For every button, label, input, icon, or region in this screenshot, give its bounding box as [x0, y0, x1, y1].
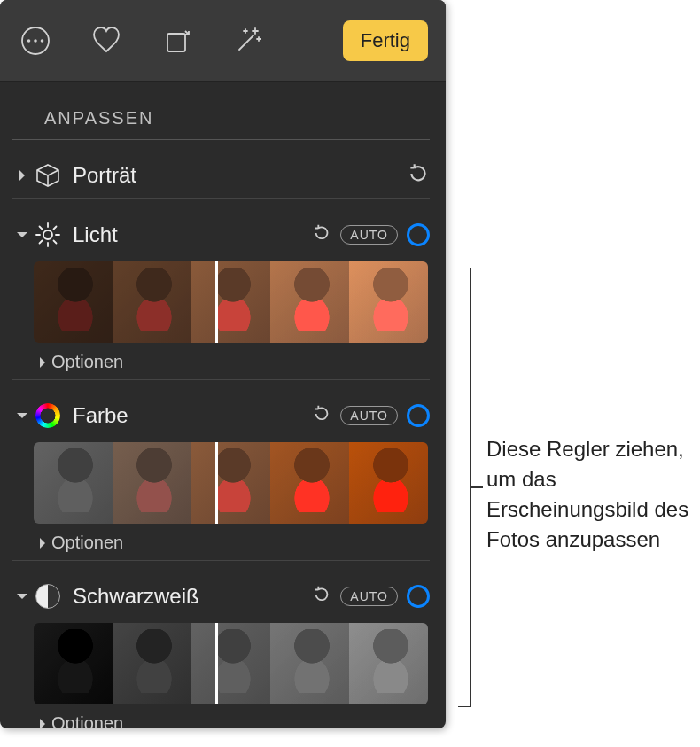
- disclosure-chevron-icon[interactable]: [34, 355, 51, 370]
- svg-point-2: [34, 39, 37, 43]
- group-header-light: Licht AUTO: [12, 212, 430, 258]
- enable-toggle[interactable]: [407, 585, 430, 608]
- options-label: Optionen: [51, 713, 123, 728]
- svg-line-11: [54, 241, 57, 244]
- slider-handle[interactable]: [215, 261, 218, 343]
- group-label-light: Licht: [73, 222, 118, 247]
- panel-body: ANPASSEN Porträt Licht: [0, 82, 446, 728]
- svg-rect-4: [167, 34, 185, 51]
- more-icon[interactable]: [18, 23, 53, 58]
- group-label-color: Farbe: [73, 403, 128, 428]
- auto-button[interactable]: AUTO: [340, 225, 398, 245]
- callout-bracket: [458, 268, 471, 707]
- callout-area: Diese Regler ziehen, um das Erscheinungs…: [446, 0, 700, 747]
- disclosure-chevron-icon[interactable]: [12, 409, 32, 423]
- auto-button[interactable]: AUTO: [340, 587, 398, 606]
- svg-point-1: [27, 39, 31, 43]
- svg-line-12: [40, 241, 43, 244]
- svg-line-13: [54, 227, 57, 230]
- disclosure-chevron-icon[interactable]: [34, 717, 51, 729]
- color-slider[interactable]: [34, 442, 428, 524]
- light-sun-icon: [32, 219, 64, 251]
- reset-icon[interactable]: [312, 223, 331, 246]
- divider: [12, 379, 430, 380]
- color-ring-icon: [32, 400, 64, 432]
- divider: [12, 560, 430, 561]
- reset-icon[interactable]: [312, 404, 331, 427]
- adjust-panel: Fertig ANPASSEN Porträt: [0, 0, 446, 728]
- enable-toggle[interactable]: [407, 223, 430, 246]
- callout-text: Diese Regler ziehen, um das Erscheinungs…: [486, 434, 699, 555]
- bw-slider[interactable]: [34, 623, 428, 704]
- reset-icon[interactable]: [312, 585, 331, 608]
- disclosure-chevron-icon[interactable]: [12, 168, 32, 183]
- svg-point-3: [41, 39, 44, 43]
- auto-button[interactable]: AUTO: [340, 406, 398, 425]
- group-header-portrait: Porträt: [12, 152, 430, 198]
- slider-handle[interactable]: [215, 623, 218, 704]
- crop-rotate-icon[interactable]: [159, 23, 195, 58]
- favorite-heart-icon[interactable]: [89, 23, 124, 58]
- group-light: Licht AUTO Optionen: [12, 212, 430, 380]
- section-title-adjust: ANPASSEN: [12, 82, 430, 140]
- group-label-portrait: Porträt: [73, 163, 136, 188]
- options-label: Optionen: [51, 352, 123, 372]
- reset-icon[interactable]: [407, 162, 430, 189]
- auto-enhance-wand-icon[interactable]: [230, 23, 266, 58]
- enable-toggle[interactable]: [407, 404, 430, 427]
- light-slider[interactable]: [34, 261, 428, 343]
- callout-connector: [471, 486, 483, 488]
- divider: [12, 198, 430, 199]
- group-label-bw: Schwarzweiß: [73, 584, 199, 609]
- svg-line-10: [40, 227, 43, 230]
- options-row-bw[interactable]: Optionen: [12, 704, 430, 728]
- bw-circle-icon: [32, 580, 64, 612]
- disclosure-chevron-icon[interactable]: [12, 228, 32, 242]
- disclosure-chevron-icon[interactable]: [12, 589, 32, 603]
- group-portrait: Porträt: [12, 152, 430, 199]
- group-header-bw: Schwarzweiß AUTO: [12, 573, 430, 619]
- options-row-color[interactable]: Optionen: [12, 524, 430, 560]
- group-bw: Schwarzweiß AUTO Optionen: [12, 573, 430, 728]
- done-button[interactable]: Fertig: [343, 20, 428, 61]
- options-row-light[interactable]: Optionen: [12, 343, 430, 379]
- toolbar: Fertig: [0, 0, 446, 82]
- group-color: Farbe AUTO Optionen: [12, 393, 430, 561]
- disclosure-chevron-icon[interactable]: [34, 536, 51, 550]
- svg-point-5: [43, 230, 52, 239]
- options-label: Optionen: [51, 533, 123, 553]
- portrait-cube-icon: [32, 160, 64, 191]
- slider-handle[interactable]: [215, 442, 218, 524]
- group-header-color: Farbe AUTO: [12, 393, 430, 439]
